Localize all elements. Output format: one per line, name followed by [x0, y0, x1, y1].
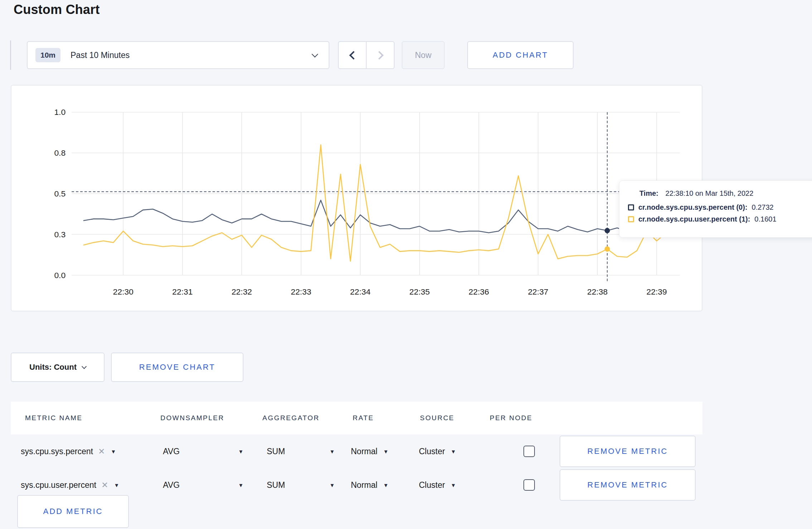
- chevron-down-icon: [82, 364, 87, 369]
- tooltip-series-value: 0.2732: [752, 203, 774, 212]
- metric-name-select[interactable]: sys.cpu.sys.percent ✕ ▼: [21, 447, 116, 456]
- svg-text:22:35: 22:35: [409, 287, 430, 296]
- tooltip-series-row: cr.node.sys.cpu.user.percent (1): 0.1601: [628, 215, 808, 223]
- svg-text:22:37: 22:37: [528, 287, 548, 296]
- rate-value: Normal: [351, 447, 377, 456]
- tooltip-series-label: cr.node.sys.cpu.sys.percent (0):: [638, 203, 748, 212]
- clear-metric-icon[interactable]: ✕: [101, 480, 108, 490]
- chevron-right-icon: [375, 51, 383, 59]
- svg-text:22:33: 22:33: [291, 287, 311, 296]
- metrics-table-header: METRIC NAME DOWNSAMPLER AGGREGATOR RATE …: [11, 402, 702, 435]
- metric-row: sys.cpu.sys.percent ✕ ▼ AVG ▼ SUM ▼ Norm…: [11, 435, 702, 468]
- svg-text:0.5: 0.5: [54, 189, 66, 198]
- time-range-label: Past 10 Minutes: [71, 50, 130, 60]
- remove-metric-button[interactable]: REMOVE METRIC: [560, 436, 696, 467]
- dropdown-arrow-icon: ▼: [238, 448, 243, 455]
- header-aggregator: AGGREGATOR: [262, 414, 319, 422]
- dropdown-arrow-icon: ▼: [238, 482, 243, 488]
- units-select[interactable]: Units: Count: [11, 353, 105, 382]
- dropdown-arrow-icon: ▼: [383, 482, 388, 488]
- dropdown-arrow-icon: ▼: [329, 482, 335, 488]
- time-range-badge: 10m: [35, 48, 61, 62]
- toolbar-left-divider: [10, 40, 11, 70]
- tooltip-time-value: 22:38:10 on Mar 15th, 2022: [666, 189, 754, 197]
- now-button-label: Now: [415, 50, 431, 60]
- dropdown-arrow-icon: ▼: [114, 482, 119, 488]
- custom-chart-page: { "page": { "title": "Custom Chart", "ba…: [0, 0, 812, 529]
- remove-metric-label: REMOVE METRIC: [588, 447, 668, 456]
- dropdown-arrow-icon: ▼: [329, 448, 335, 455]
- chevron-left-icon: [349, 51, 358, 59]
- svg-text:22:39: 22:39: [646, 287, 667, 296]
- tooltip-series-value: 0.1601: [754, 215, 776, 223]
- svg-text:22:34: 22:34: [350, 287, 371, 296]
- dropdown-arrow-icon: ▼: [451, 448, 456, 455]
- series-user-legend-icon: [628, 216, 634, 222]
- chart-card: 0.00.30.50.81.022:3022:3122:3222:3322:34…: [11, 85, 702, 311]
- clear-metric-icon[interactable]: ✕: [98, 447, 105, 456]
- dropdown-arrow-icon: ▼: [111, 448, 116, 455]
- svg-text:1.0: 1.0: [54, 107, 66, 117]
- header-metric-name: METRIC NAME: [25, 414, 83, 422]
- source-value: Cluster: [419, 480, 445, 490]
- prev-range-button[interactable]: [339, 42, 366, 68]
- add-chart-label: ADD CHART: [493, 50, 548, 60]
- tooltip-series-row: cr.node.sys.cpu.sys.percent (0): 0.2732: [628, 203, 808, 212]
- chart-canvas[interactable]: 0.00.30.50.81.022:3022:3122:3222:3322:34…: [11, 86, 702, 311]
- svg-text:0.3: 0.3: [54, 230, 66, 239]
- series-sys-legend-icon: [628, 204, 634, 210]
- rate-value: Normal: [351, 480, 377, 490]
- header-source: SOURCE: [420, 414, 454, 422]
- add-metric-label: ADD METRIC: [43, 507, 103, 516]
- downsampler-select[interactable]: AVG ▼: [163, 447, 243, 456]
- next-range-button[interactable]: [366, 42, 394, 68]
- svg-text:22:30: 22:30: [113, 287, 134, 296]
- downsampler-value: AVG: [163, 447, 180, 456]
- remove-metric-button[interactable]: REMOVE METRIC: [560, 469, 696, 501]
- dropdown-arrow-icon: ▼: [383, 448, 388, 455]
- remove-chart-label: REMOVE CHART: [139, 363, 216, 372]
- tooltip-series-label: cr.node.sys.cpu.user.percent (1):: [638, 215, 750, 223]
- time-range-select[interactable]: 10m Past 10 Minutes: [27, 41, 329, 69]
- per-node-checkbox[interactable]: [523, 446, 535, 457]
- aggregator-value: SUM: [267, 447, 285, 456]
- add-chart-button[interactable]: ADD CHART: [467, 41, 574, 69]
- svg-text:0.0: 0.0: [54, 271, 66, 280]
- tooltip-time-row: Time: 22:38:10 on Mar 15th, 2022: [639, 189, 808, 198]
- remove-metric-label: REMOVE METRIC: [588, 480, 668, 490]
- header-downsampler: DOWNSAMPLER: [160, 414, 224, 422]
- add-metric-button[interactable]: ADD METRIC: [17, 495, 129, 528]
- downsampler-select[interactable]: AVG ▼: [163, 480, 243, 490]
- rate-select[interactable]: Normal ▼: [351, 447, 388, 456]
- source-value: Cluster: [419, 447, 445, 456]
- dropdown-arrow-icon: ▼: [451, 482, 456, 488]
- tooltip-time-label: Time:: [639, 189, 658, 197]
- chart-tooltip: Time: 22:38:10 on Mar 15th, 2022 cr.node…: [619, 180, 812, 238]
- now-button[interactable]: Now: [402, 41, 445, 69]
- header-rate: RATE: [353, 414, 374, 422]
- page-title: Custom Chart: [14, 2, 100, 17]
- aggregator-select[interactable]: SUM ▼: [267, 447, 335, 456]
- svg-text:22:32: 22:32: [232, 287, 252, 296]
- metric-name-label: sys.cpu.sys.percent: [21, 447, 93, 456]
- svg-text:22:31: 22:31: [172, 287, 193, 296]
- chevron-down-icon: [311, 51, 318, 57]
- remove-chart-button[interactable]: REMOVE CHART: [111, 353, 243, 382]
- time-nav-group: [338, 41, 395, 69]
- units-label: Units: Count: [29, 363, 77, 372]
- source-select[interactable]: Cluster ▼: [419, 480, 456, 490]
- metric-name-select[interactable]: sys.cpu.user.percent ✕ ▼: [21, 480, 119, 490]
- svg-text:22:38: 22:38: [587, 287, 608, 296]
- rate-select[interactable]: Normal ▼: [351, 480, 388, 490]
- downsampler-value: AVG: [163, 480, 180, 490]
- aggregator-value: SUM: [267, 480, 285, 490]
- source-select[interactable]: Cluster ▼: [419, 447, 456, 456]
- svg-text:22:36: 22:36: [469, 287, 489, 296]
- metric-name-label: sys.cpu.user.percent: [21, 480, 96, 490]
- per-node-checkbox[interactable]: [523, 479, 535, 491]
- svg-text:0.8: 0.8: [54, 148, 66, 157]
- header-per-node: PER NODE: [490, 414, 532, 422]
- aggregator-select[interactable]: SUM ▼: [267, 480, 335, 490]
